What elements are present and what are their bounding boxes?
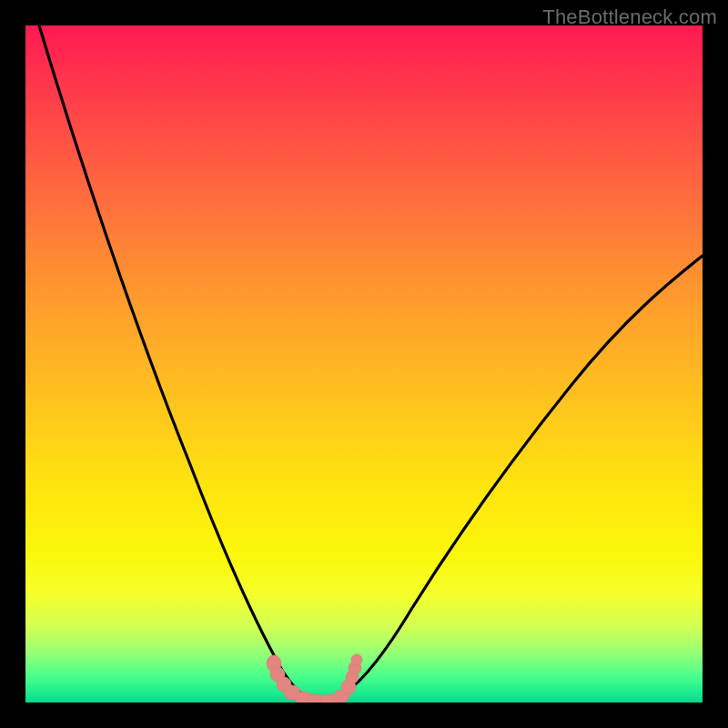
svg-point-11 [351, 654, 362, 665]
right-curve [324, 256, 703, 701]
chart-svg [25, 25, 703, 703]
plot-area [25, 25, 703, 703]
floor-markers [267, 654, 362, 703]
watermark-text: TheBottleneck.com [542, 5, 717, 29]
chart-frame: TheBottleneck.com [0, 0, 728, 728]
left-curve [39, 25, 324, 701]
